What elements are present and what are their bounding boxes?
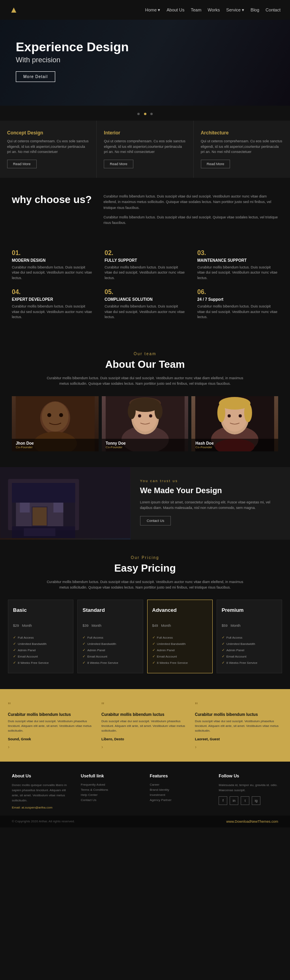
footer-useful: Usefull link Frequently Asked Terms & Co… bbox=[81, 773, 140, 809]
team-member-1: Jhon Doe Co-Founder bbox=[12, 396, 99, 451]
trust-section: You can trust us We Made Your Design Lor… bbox=[0, 467, 290, 540]
testimonial-1: " Curabitur mollis bibendum luctus Duis … bbox=[8, 701, 95, 750]
dot-1[interactable] bbox=[137, 113, 140, 115]
footer-link-agency[interactable]: Agency Partner bbox=[150, 798, 210, 802]
social-icons: f in t ig bbox=[219, 796, 278, 805]
facebook-icon[interactable]: f bbox=[219, 796, 227, 805]
trust-content: You can trust us We Made Your Design Lor… bbox=[131, 467, 290, 540]
svg-rect-33 bbox=[32, 507, 47, 525]
card-concept: Concept Design Qui ut ceteros comprehens… bbox=[0, 121, 97, 178]
pricing-grid: Basic $29 Month Full Access Unlimited Ba… bbox=[8, 600, 282, 673]
team-desc: Curabitur mollis bibendum luctus. Duis s… bbox=[47, 375, 244, 387]
card-architecture-button[interactable]: Read More bbox=[201, 160, 230, 168]
card-architecture-text: Qui ut ceteros comprehensam. Cu eos sole… bbox=[201, 139, 283, 155]
team-info-2: Tonny Doe Co-Founder bbox=[102, 439, 189, 451]
card-architecture: Architecture Qui ut ceteros comprehensam… bbox=[194, 121, 290, 178]
features-section: 01. MODERN DESIGN Curabitur mollis biben… bbox=[0, 246, 290, 336]
instagram-icon[interactable]: ig bbox=[252, 796, 260, 805]
feature-6: 06. 24 / 7 Support Curabitur mollis bibe… bbox=[197, 289, 278, 320]
footer-link-contact[interactable]: Contact Us bbox=[81, 798, 140, 802]
nav-works[interactable]: Works bbox=[208, 7, 220, 12]
svg-point-12 bbox=[149, 414, 152, 417]
svg-point-14 bbox=[128, 403, 136, 419]
dot-3[interactable] bbox=[150, 113, 153, 115]
testimonials-section: " Curabitur mollis bibendum luctus Duis … bbox=[0, 689, 290, 762]
card-interior-button[interactable]: Read More bbox=[104, 160, 133, 168]
testimonial-nav-3[interactable]: › bbox=[195, 744, 282, 750]
navbar: ▲ Home ▾ About Us Team Works Service ▾ B… bbox=[0, 0, 290, 20]
hero-subtitle: With precision bbox=[16, 56, 274, 64]
team-label: Our team bbox=[12, 352, 278, 356]
footer-link-terms[interactable]: Terms & Conditions bbox=[81, 788, 140, 792]
footer-link-brand[interactable]: Brand Identity bbox=[150, 788, 210, 792]
testimonial-2: " Curabitur mollis bibendum luctus Duis … bbox=[101, 701, 189, 750]
plan-basic: Basic $29 Month Full Access Unlimited Ba… bbox=[8, 600, 73, 673]
contact-us-button[interactable]: Contact Us bbox=[140, 516, 171, 525]
svg-rect-34 bbox=[12, 483, 75, 503]
team-info-1: Jhon Doe Co-Founder bbox=[12, 439, 99, 451]
trust-img-placeholder bbox=[0, 467, 131, 540]
svg-point-24 bbox=[244, 403, 252, 422]
trust-text: Lorem ipsum dolor sit amet, consectetur … bbox=[140, 499, 281, 511]
footer-link-faq[interactable]: Frequently Asked bbox=[81, 783, 140, 786]
card-interior-text: Qui ut ceteros comprehensam. Cu eos sole… bbox=[104, 139, 186, 155]
footer-about: About Us Donec mollis quisque convallis … bbox=[12, 773, 71, 809]
dot-2[interactable] bbox=[144, 113, 146, 115]
card-concept-button[interactable]: Read More bbox=[7, 160, 37, 168]
hero-section: Experience Design With precision More De… bbox=[0, 20, 290, 106]
footer-link-help[interactable]: Help Center bbox=[81, 793, 140, 797]
nav-blog[interactable]: Blog bbox=[251, 7, 259, 12]
why-content: Curabitur mollis bibendum luctus. Duis s… bbox=[103, 194, 278, 230]
card-architecture-title: Architecture bbox=[201, 130, 283, 136]
pricing-section: Our Pricing Easy Pricing Curabitur molli… bbox=[0, 540, 290, 689]
footer-link-investment[interactable]: Investment bbox=[150, 793, 210, 797]
pricing-desc: Curabitur mollis bibendum luctus. Duis s… bbox=[47, 579, 244, 591]
twitter-icon[interactable]: t bbox=[241, 796, 249, 805]
svg-point-11 bbox=[138, 414, 141, 417]
feature-4: 04. EXPERT DEVELOPER Curabitur mollis bi… bbox=[12, 289, 93, 320]
card-concept-text: Qui ut ceteros comprehensam. Cu eos sole… bbox=[7, 139, 89, 155]
hero-dots bbox=[0, 106, 290, 121]
svg-point-15 bbox=[155, 403, 163, 419]
nav-about[interactable]: About Us bbox=[167, 7, 184, 12]
svg-point-5 bbox=[59, 413, 63, 417]
linkedin-icon[interactable]: in bbox=[230, 796, 238, 805]
team-info-3: Hash Doe Co-Founder bbox=[191, 439, 278, 451]
quote-icon-2: " bbox=[101, 701, 189, 710]
svg-point-4 bbox=[47, 413, 51, 417]
svg-rect-32 bbox=[53, 503, 63, 512]
feature-5: 05. COMPLIANCE SOLUTION Curabitur mollis… bbox=[105, 289, 185, 320]
plan-standard-features: Full Access Unlimited Bandwidth Admin Pa… bbox=[82, 634, 138, 666]
footer: About Us Donec mollis quisque convallis … bbox=[0, 762, 290, 815]
nav-contact[interactable]: Contact bbox=[266, 7, 281, 12]
footer-bottom: © Copyrights 2020 Arthai. All rights res… bbox=[0, 816, 290, 827]
plan-advanced-features: Full Access Unlimited Bandwidth Admin Pa… bbox=[152, 634, 208, 666]
why-section: why choose us? Curabitur mollis bibendum… bbox=[0, 178, 290, 246]
svg-point-3 bbox=[42, 402, 69, 432]
card-concept-title: Concept Design bbox=[7, 130, 89, 136]
svg-point-20 bbox=[228, 414, 231, 417]
nav-home[interactable]: Home ▾ bbox=[145, 7, 160, 13]
footer-link-career[interactable]: Career bbox=[150, 783, 210, 786]
footer-brand: www.DownloadNewThemes.com bbox=[226, 820, 278, 823]
trust-image bbox=[0, 467, 131, 540]
nav-team[interactable]: Team bbox=[191, 7, 201, 12]
plan-basic-features: Full Access Unlimited Bandwidth Admin Pa… bbox=[13, 634, 68, 666]
feature-3: 03. MAINTENANCE SUPPORT Curabitur mollis… bbox=[197, 250, 278, 281]
hero-button[interactable]: More Detail bbox=[16, 71, 55, 82]
nav-links: Home ▾ About Us Team Works Service ▾ Blo… bbox=[145, 7, 281, 13]
pricing-title: Easy Pricing bbox=[8, 562, 282, 574]
hero-title: Experience Design bbox=[16, 39, 274, 54]
testimonial-nav-1[interactable]: › bbox=[8, 744, 95, 750]
quote-icon-3: " bbox=[195, 701, 282, 710]
trust-label: You can trust us bbox=[140, 479, 281, 483]
testimonial-nav-2[interactable]: › bbox=[101, 744, 189, 750]
footer-follow: Follow Us Malesuada id, tempor eu, gravi… bbox=[219, 773, 278, 809]
quote-icon-1: " bbox=[8, 701, 95, 710]
card-interior: Interior Qui ut ceteros comprehensam. Cu… bbox=[97, 121, 193, 178]
plan-premium: Premium $59 Month Full Access Unlimited … bbox=[217, 600, 282, 673]
nav-service[interactable]: Service ▾ bbox=[226, 7, 244, 13]
plan-standard: Standard $39 Month Full Access Unlimited… bbox=[77, 600, 143, 673]
plan-premium-features: Full Access Unlimited Bandwidth Admin Pa… bbox=[222, 634, 277, 666]
pricing-label: Our Pricing bbox=[8, 555, 282, 560]
